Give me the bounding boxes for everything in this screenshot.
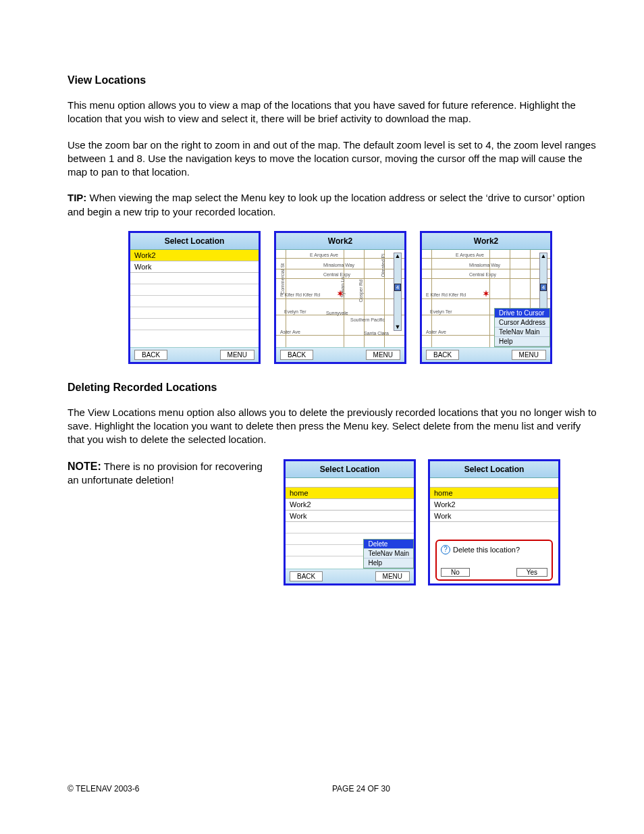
street-label: Cosper Rd (358, 280, 363, 302)
para-note: NOTE: There is no provision for recoveri… (68, 459, 284, 488)
street-label: E Arques Ave (310, 253, 338, 257)
street-label: Central Expy (323, 272, 350, 277)
zoom-bar[interactable]: ▲ 4 ▼ (394, 253, 402, 331)
map-label: Sunnyvale (326, 311, 348, 315)
street-label: Aster Ave (280, 330, 300, 334)
screen-select-location-delete-menu: Select Location home Work2 Work Delete T… (284, 459, 416, 585)
screen-map-work2-menu: Work2 E Arques Ave Minaloma Way Central … (420, 231, 552, 364)
back-button[interactable]: BACK (290, 571, 323, 581)
screen2-title: Work2 (276, 233, 404, 250)
screen-select-location-1: Select Location Work2 Work BACK MENU (128, 231, 261, 364)
street-label: Olmsted Pl (381, 254, 385, 277)
no-button[interactable]: No (441, 568, 470, 577)
menu-item-help[interactable]: Help (495, 337, 549, 346)
back-button[interactable]: BACK (426, 350, 459, 360)
tip-text: When viewing the map select the Menu key… (68, 192, 585, 217)
context-menu: Drive to Cursor Cursor Address TeleNav M… (494, 308, 550, 347)
list-item[interactable]: Work (130, 261, 259, 273)
para-view-1: This menu option allows you to view a ma… (68, 99, 597, 126)
menu-button[interactable]: MENU (220, 350, 254, 360)
confirm-dialog: ? Delete this location? No Yes (435, 540, 553, 581)
menu-item-delete[interactable]: Delete (364, 540, 413, 549)
menu-button[interactable]: MENU (366, 350, 400, 360)
street-label: Commercial St (280, 263, 285, 294)
screen3-map[interactable]: E Arques Ave Minaloma Way Central Expy E… (422, 250, 550, 347)
note-label: NOTE: (68, 461, 101, 472)
list-item[interactable]: home (430, 488, 558, 499)
dialog-text: Delete this location? (453, 546, 520, 554)
map-label: Southern Pacific (350, 317, 385, 322)
screen-map-work2: Work2 E Arques Ave Minaloma Way Central … (274, 231, 406, 364)
zoom-level: 4 (394, 284, 401, 291)
list-item[interactable]: Work (286, 511, 414, 522)
page-footer: © TELENAV 2003-6 PAGE 24 OF 30 (68, 784, 597, 793)
screen5-title: Select Location (430, 461, 558, 478)
screen1-body: Work2 Work (130, 250, 259, 347)
street-label: Evelyn Ter (284, 309, 306, 314)
zoom-out-icon[interactable]: ▼ (395, 324, 401, 330)
menu-item-telenav-main[interactable]: TeleNav Main (364, 549, 413, 558)
heading-view-locations: View Locations (68, 74, 597, 86)
zoom-in-icon[interactable]: ▲ (541, 253, 547, 259)
list-item[interactable]: Work (430, 511, 558, 522)
list-item[interactable]: home (286, 488, 414, 499)
heading-deleting-locations: Deleting Recorded Locations (68, 382, 597, 394)
map-cursor-icon: ✶ (337, 289, 344, 298)
street-label: Central Expy (469, 272, 496, 277)
map-label: Santa Clara (364, 331, 389, 336)
screen3-title: Work2 (422, 233, 550, 250)
street-label: E Arques Ave (456, 253, 484, 257)
screen4-body: home Work2 Work Delete TeleNav Main Help (286, 478, 414, 569)
menu-item-drive-to-cursor[interactable]: Drive to Cursor (495, 309, 549, 318)
screen2-map[interactable]: E Arques Ave Minaloma Way Central Expy E… (276, 250, 404, 347)
zoom-level: 4 (540, 284, 547, 291)
yes-button[interactable]: Yes (516, 568, 547, 577)
back-button[interactable]: BACK (134, 350, 167, 360)
screen-select-location-confirm: Select Location home Work2 Work ? Delete… (428, 459, 560, 585)
menu-item-cursor-address[interactable]: Cursor Address (495, 318, 549, 328)
menu-item-telenav-main[interactable]: TeleNav Main (495, 328, 549, 337)
street-label: E Kifer Rd Kifer Rd (280, 292, 320, 297)
street-label: Aster Ave (426, 330, 446, 334)
page-number: PAGE 24 OF 30 (332, 784, 597, 793)
street-label: Minaloma Way (469, 263, 500, 267)
menu-button[interactable]: MENU (512, 350, 546, 360)
street-label: Evelyn Ter (430, 309, 452, 314)
zoom-in-icon[interactable]: ▲ (395, 253, 401, 259)
list-item[interactable]: Work2 (130, 250, 259, 261)
street-label: E Kifer Rd Kifer Rd (426, 292, 466, 297)
list-item[interactable]: Work2 (430, 499, 558, 511)
question-icon: ? (441, 545, 450, 554)
para-delete-1: The View Locations menu option also allo… (68, 406, 597, 447)
screenshots-row-2: Select Location home Work2 Work Delete T… (284, 459, 560, 585)
screenshots-row-1: Select Location Work2 Work BACK MENU Wor… (128, 231, 597, 364)
list-item[interactable]: Work2 (286, 499, 414, 511)
back-button[interactable]: BACK (280, 350, 313, 360)
context-menu: Delete TeleNav Main Help (363, 539, 414, 569)
street-label: Minaloma Way (323, 263, 354, 267)
para-tip: TIP: When viewing the map select the Men… (68, 191, 597, 219)
menu-item-help[interactable]: Help (364, 558, 413, 568)
screen1-title: Select Location (130, 233, 259, 250)
menu-button[interactable]: MENU (375, 571, 410, 581)
tip-label: TIP: (68, 192, 86, 203)
copyright: © TELENAV 2003-6 (68, 784, 332, 793)
map-cursor-icon: ✶ (483, 289, 489, 298)
screen4-title: Select Location (286, 461, 414, 478)
screen5-body: home Work2 Work ? Delete this location? … (430, 478, 558, 583)
para-view-2: Use the zoom bar on the right to zoom in… (68, 138, 597, 180)
